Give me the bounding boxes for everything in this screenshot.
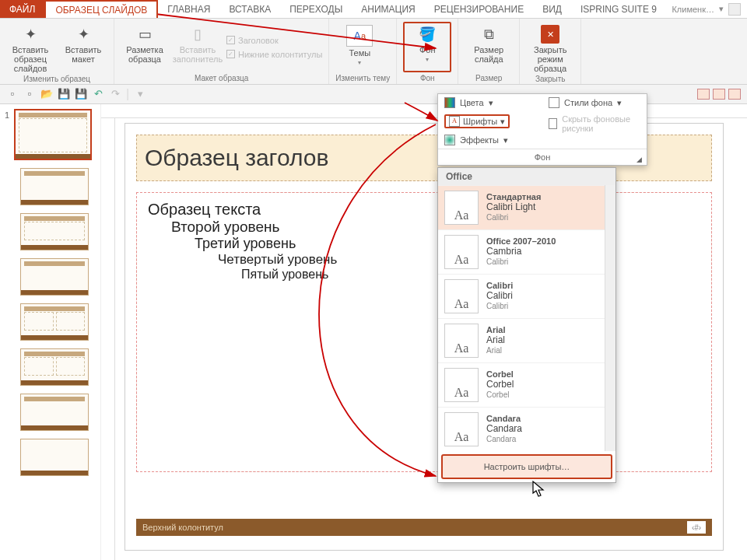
hide-bg-graphics-checkbox: Скрыть фоновые рисунки	[542, 111, 647, 136]
checkbox-icon	[549, 118, 557, 129]
page-number-placeholder: ‹#›	[687, 521, 706, 534]
palette-icon	[444, 97, 455, 108]
background-panel: Цвета▾ A Шрифты▾ Эффекты▾ Стили фона▾ Ск…	[437, 93, 647, 166]
themes-button[interactable]: Aa Темы ▾	[335, 22, 384, 72]
tab-transitions[interactable]: ПЕРЕХОДЫ	[280, 0, 352, 18]
font-preview-icon: Aa	[444, 191, 479, 225]
slide-master-canvas[interactable]: Образец заголов Образец текста Второй ур…	[124, 123, 724, 551]
title-text: Образец заголов	[145, 145, 328, 171]
body-level2: Второй уровень	[171, 219, 700, 236]
tab-file[interactable]: ФАЙЛ	[0, 0, 44, 18]
tab-slide-master[interactable]: ОБРАЗЕЦ СЛАЙДОВ	[44, 0, 158, 18]
group-edit-master: Изменить образец	[6, 73, 107, 83]
view-sorter-icon[interactable]	[713, 89, 725, 100]
colors-button[interactable]: Цвета▾	[438, 94, 542, 111]
tab-ispring[interactable]: ISPRING SUITE 9	[571, 0, 666, 18]
fonts-button[interactable]: A Шрифты▾	[444, 114, 510, 128]
saveas-icon[interactable]: 💾	[75, 88, 87, 100]
new-icon[interactable]: ▫	[6, 88, 19, 100]
body-level1: Образец текста	[148, 201, 700, 219]
thumb-number: 1	[5, 110, 9, 120]
slide-canvas-area: Образец заголов Образец текста Второй ур…	[101, 104, 747, 560]
background-button[interactable]: 🪣 Фон ▾	[403, 22, 451, 72]
layout-icon: ▭	[134, 25, 156, 44]
group-size: Размер	[465, 72, 513, 82]
background-panel-title: Фон◢	[438, 149, 647, 165]
bucket-icon: 🪣	[416, 25, 438, 44]
styles-icon	[549, 97, 559, 108]
customize-fonts-button[interactable]: Настроить шрифты…	[441, 454, 612, 479]
qat-more-icon[interactable]: ▾	[134, 88, 146, 100]
tab-review[interactable]: РЕЦЕНЗИРОВАНИЕ	[425, 0, 533, 18]
placeholder-icon: ▯	[187, 25, 209, 44]
thumb-layout[interactable]	[20, 303, 89, 341]
font-scheme-item[interactable]: Aa ArialArialArial	[438, 318, 615, 362]
avatar[interactable]	[728, 3, 741, 16]
themes-icon: Aa	[346, 25, 373, 47]
font-scheme-item[interactable]: Aa CalibriCalibriCalibri	[438, 274, 615, 318]
new-doc-icon[interactable]: ▫	[23, 88, 36, 100]
ruler-vertical	[101, 118, 115, 560]
font-scheme-item[interactable]: Aa СтандартнаяCalibri LightCalibri	[438, 185, 615, 229]
mouse-cursor	[532, 481, 546, 502]
thumb-layout[interactable]	[20, 348, 89, 386]
body-placeholder[interactable]: Образец текста Второй уровень Третий уро…	[136, 192, 712, 472]
insert-layout-button[interactable]: ✦ Вставить макет	[59, 22, 107, 73]
font-preview-icon: Aa	[444, 324, 479, 358]
effects-icon	[444, 135, 455, 145]
main-area: 1 Образец заголов Образец текста Второй …	[0, 104, 747, 560]
font-scheme-item[interactable]: Aa Office 2007–2010CambriaCalibri	[438, 229, 615, 274]
group-edit-theme: Изменить тему	[335, 72, 390, 82]
size-icon: ⧉	[478, 25, 500, 44]
master-layout-button[interactable]: ▭ Разметка образца	[121, 22, 169, 72]
scrollbar[interactable]	[605, 185, 615, 451]
thumb-layout[interactable]	[20, 258, 89, 296]
undo-icon[interactable]: ↶	[92, 88, 104, 100]
close-master-button[interactable]: ✕ Закрыть режим образца	[526, 22, 574, 73]
thumb-layout[interactable]	[20, 394, 89, 431]
ruler-horizontal	[101, 104, 747, 118]
help-icon[interactable]: ▾	[719, 4, 724, 14]
fonts-dropdown-header: Office	[438, 168, 615, 185]
background-styles-button[interactable]: Стили фона▾	[542, 94, 647, 111]
effects-button[interactable]: Эффекты▾	[438, 131, 542, 149]
sparkle-icon: ✦	[19, 25, 41, 44]
font-scheme-item[interactable]: Aa CandaraCandaraCandara	[438, 407, 615, 451]
tab-animation[interactable]: АНИМАЦИЯ	[352, 0, 424, 18]
group-close: Закрыть	[526, 73, 574, 83]
font-preview-icon: Aa	[444, 235, 479, 269]
thumb-master[interactable]: 1	[14, 109, 92, 160]
redo-icon[interactable]: ↷	[109, 88, 121, 100]
tab-insert[interactable]: ВСТАВКА	[219, 0, 280, 18]
thumb-layout[interactable]	[20, 168, 89, 205]
tab-home[interactable]: ГЛАВНАЯ	[158, 0, 219, 18]
insert-placeholder-button: ▯ Вставить заполнитель	[174, 22, 222, 72]
tab-view[interactable]: ВИД	[533, 0, 571, 18]
view-normal-icon[interactable]	[697, 89, 710, 100]
ribbon: ✦ Вставить образец слайдов ✦ Вставить ма…	[0, 19, 747, 85]
footer-text: Верхний колонтитул	[142, 523, 223, 532]
group-master-layout: Макет образца	[121, 72, 322, 82]
thumb-layout[interactable]	[20, 213, 89, 250]
thumb-layout[interactable]	[20, 439, 89, 476]
slide-size-button[interactable]: ⧉ Размер слайда	[465, 22, 513, 72]
save-icon[interactable]: 💾	[58, 88, 70, 100]
view-reading-icon[interactable]	[728, 89, 741, 100]
thumbnails-pane[interactable]: 1	[0, 104, 101, 560]
ribbon-tabs: ФАЙЛ ОБРАЗЕЦ СЛАЙДОВ ГЛАВНАЯ ВСТАВКА ПЕР…	[0, 0, 747, 19]
fonts-list[interactable]: Aa СтандартнаяCalibri LightCalibri Aa Of…	[438, 185, 615, 451]
font-preview-icon: Aa	[444, 368, 479, 402]
user-name: Клименк…	[672, 5, 714, 14]
insert-slide-master-button[interactable]: ✦ Вставить образец слайдов	[6, 22, 54, 73]
fonts-dropdown: Office Aa СтандартнаяCalibri LightCalibr…	[437, 167, 616, 483]
dialog-launcher-icon[interactable]: ◢	[637, 156, 642, 163]
fonts-icon: A	[449, 116, 460, 127]
open-icon[interactable]: 📂	[40, 88, 53, 100]
footer-bar[interactable]: Верхний колонтитул ‹#›	[136, 519, 712, 536]
font-scheme-item[interactable]: Aa CorbelCorbelCorbel	[438, 362, 615, 407]
checkbox-title: ✓Заголовок	[226, 36, 322, 45]
font-preview-icon: Aa	[444, 279, 479, 313]
font-preview-icon: Aa	[444, 412, 479, 446]
sparkle-icon: ✦	[72, 25, 94, 44]
close-icon: ✕	[541, 25, 559, 44]
